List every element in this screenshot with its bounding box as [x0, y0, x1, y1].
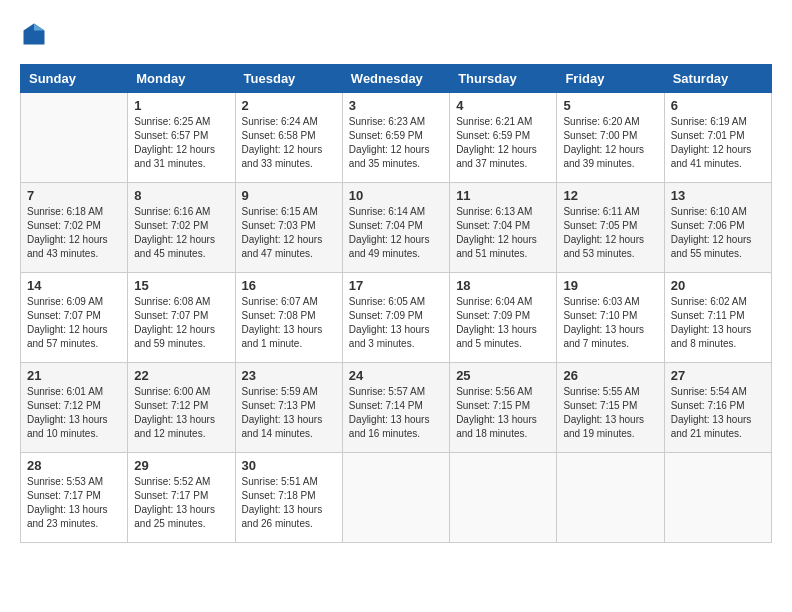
day-number: 23: [242, 368, 336, 383]
day-info: Sunrise: 5:51 AM Sunset: 7:18 PM Dayligh…: [242, 475, 336, 531]
calendar-cell: 14Sunrise: 6:09 AM Sunset: 7:07 PM Dayli…: [21, 273, 128, 363]
day-number: 13: [671, 188, 765, 203]
calendar-header-row: SundayMondayTuesdayWednesdayThursdayFrid…: [21, 65, 772, 93]
calendar-table: SundayMondayTuesdayWednesdayThursdayFrid…: [20, 64, 772, 543]
day-number: 24: [349, 368, 443, 383]
calendar-cell: 6Sunrise: 6:19 AM Sunset: 7:01 PM Daylig…: [664, 93, 771, 183]
day-info: Sunrise: 6:01 AM Sunset: 7:12 PM Dayligh…: [27, 385, 121, 441]
day-number: 27: [671, 368, 765, 383]
day-info: Sunrise: 5:59 AM Sunset: 7:13 PM Dayligh…: [242, 385, 336, 441]
day-info: Sunrise: 6:23 AM Sunset: 6:59 PM Dayligh…: [349, 115, 443, 171]
day-number: 10: [349, 188, 443, 203]
day-number: 8: [134, 188, 228, 203]
day-info: Sunrise: 6:05 AM Sunset: 7:09 PM Dayligh…: [349, 295, 443, 351]
day-info: Sunrise: 6:11 AM Sunset: 7:05 PM Dayligh…: [563, 205, 657, 261]
column-header-friday: Friday: [557, 65, 664, 93]
day-info: Sunrise: 6:10 AM Sunset: 7:06 PM Dayligh…: [671, 205, 765, 261]
svg-marker-1: [34, 24, 45, 31]
calendar-cell: 2Sunrise: 6:24 AM Sunset: 6:58 PM Daylig…: [235, 93, 342, 183]
calendar-cell: 18Sunrise: 6:04 AM Sunset: 7:09 PM Dayli…: [450, 273, 557, 363]
column-header-sunday: Sunday: [21, 65, 128, 93]
calendar-cell: 21Sunrise: 6:01 AM Sunset: 7:12 PM Dayli…: [21, 363, 128, 453]
day-number: 7: [27, 188, 121, 203]
day-info: Sunrise: 6:08 AM Sunset: 7:07 PM Dayligh…: [134, 295, 228, 351]
day-info: Sunrise: 6:21 AM Sunset: 6:59 PM Dayligh…: [456, 115, 550, 171]
day-info: Sunrise: 6:00 AM Sunset: 7:12 PM Dayligh…: [134, 385, 228, 441]
day-info: Sunrise: 6:16 AM Sunset: 7:02 PM Dayligh…: [134, 205, 228, 261]
calendar-cell: 15Sunrise: 6:08 AM Sunset: 7:07 PM Dayli…: [128, 273, 235, 363]
day-number: 4: [456, 98, 550, 113]
day-info: Sunrise: 6:18 AM Sunset: 7:02 PM Dayligh…: [27, 205, 121, 261]
day-number: 9: [242, 188, 336, 203]
day-number: 14: [27, 278, 121, 293]
day-number: 6: [671, 98, 765, 113]
calendar-cell: 25Sunrise: 5:56 AM Sunset: 7:15 PM Dayli…: [450, 363, 557, 453]
calendar-cell: 26Sunrise: 5:55 AM Sunset: 7:15 PM Dayli…: [557, 363, 664, 453]
calendar-cell: 12Sunrise: 6:11 AM Sunset: 7:05 PM Dayli…: [557, 183, 664, 273]
column-header-thursday: Thursday: [450, 65, 557, 93]
calendar-cell: 9Sunrise: 6:15 AM Sunset: 7:03 PM Daylig…: [235, 183, 342, 273]
day-info: Sunrise: 5:54 AM Sunset: 7:16 PM Dayligh…: [671, 385, 765, 441]
week-row-1: 1Sunrise: 6:25 AM Sunset: 6:57 PM Daylig…: [21, 93, 772, 183]
day-number: 28: [27, 458, 121, 473]
column-header-tuesday: Tuesday: [235, 65, 342, 93]
calendar-cell: 16Sunrise: 6:07 AM Sunset: 7:08 PM Dayli…: [235, 273, 342, 363]
calendar-cell: [664, 453, 771, 543]
day-number: 2: [242, 98, 336, 113]
day-info: Sunrise: 5:55 AM Sunset: 7:15 PM Dayligh…: [563, 385, 657, 441]
calendar-cell: 29Sunrise: 5:52 AM Sunset: 7:17 PM Dayli…: [128, 453, 235, 543]
week-row-2: 7Sunrise: 6:18 AM Sunset: 7:02 PM Daylig…: [21, 183, 772, 273]
day-number: 26: [563, 368, 657, 383]
calendar-cell: 17Sunrise: 6:05 AM Sunset: 7:09 PM Dayli…: [342, 273, 449, 363]
day-number: 25: [456, 368, 550, 383]
calendar-cell: 10Sunrise: 6:14 AM Sunset: 7:04 PM Dayli…: [342, 183, 449, 273]
day-number: 22: [134, 368, 228, 383]
calendar-cell: 24Sunrise: 5:57 AM Sunset: 7:14 PM Dayli…: [342, 363, 449, 453]
calendar-cell: 3Sunrise: 6:23 AM Sunset: 6:59 PM Daylig…: [342, 93, 449, 183]
week-row-3: 14Sunrise: 6:09 AM Sunset: 7:07 PM Dayli…: [21, 273, 772, 363]
logo: [20, 20, 52, 48]
calendar-cell: 11Sunrise: 6:13 AM Sunset: 7:04 PM Dayli…: [450, 183, 557, 273]
calendar-cell: [21, 93, 128, 183]
day-number: 19: [563, 278, 657, 293]
calendar-cell: [342, 453, 449, 543]
calendar-cell: 5Sunrise: 6:20 AM Sunset: 7:00 PM Daylig…: [557, 93, 664, 183]
day-info: Sunrise: 6:25 AM Sunset: 6:57 PM Dayligh…: [134, 115, 228, 171]
calendar-cell: 7Sunrise: 6:18 AM Sunset: 7:02 PM Daylig…: [21, 183, 128, 273]
day-number: 11: [456, 188, 550, 203]
column-header-monday: Monday: [128, 65, 235, 93]
day-info: Sunrise: 5:56 AM Sunset: 7:15 PM Dayligh…: [456, 385, 550, 441]
day-number: 21: [27, 368, 121, 383]
day-info: Sunrise: 6:03 AM Sunset: 7:10 PM Dayligh…: [563, 295, 657, 351]
day-info: Sunrise: 6:04 AM Sunset: 7:09 PM Dayligh…: [456, 295, 550, 351]
logo-icon: [20, 20, 48, 48]
day-number: 29: [134, 458, 228, 473]
day-number: 18: [456, 278, 550, 293]
day-number: 3: [349, 98, 443, 113]
calendar-cell: 20Sunrise: 6:02 AM Sunset: 7:11 PM Dayli…: [664, 273, 771, 363]
day-number: 16: [242, 278, 336, 293]
day-info: Sunrise: 5:57 AM Sunset: 7:14 PM Dayligh…: [349, 385, 443, 441]
day-info: Sunrise: 5:53 AM Sunset: 7:17 PM Dayligh…: [27, 475, 121, 531]
day-info: Sunrise: 6:15 AM Sunset: 7:03 PM Dayligh…: [242, 205, 336, 261]
week-row-5: 28Sunrise: 5:53 AM Sunset: 7:17 PM Dayli…: [21, 453, 772, 543]
calendar-cell: [557, 453, 664, 543]
day-number: 30: [242, 458, 336, 473]
week-row-4: 21Sunrise: 6:01 AM Sunset: 7:12 PM Dayli…: [21, 363, 772, 453]
calendar-cell: 19Sunrise: 6:03 AM Sunset: 7:10 PM Dayli…: [557, 273, 664, 363]
day-number: 1: [134, 98, 228, 113]
day-info: Sunrise: 6:14 AM Sunset: 7:04 PM Dayligh…: [349, 205, 443, 261]
day-info: Sunrise: 6:24 AM Sunset: 6:58 PM Dayligh…: [242, 115, 336, 171]
calendar-cell: [450, 453, 557, 543]
day-number: 15: [134, 278, 228, 293]
day-number: 5: [563, 98, 657, 113]
calendar-cell: 30Sunrise: 5:51 AM Sunset: 7:18 PM Dayli…: [235, 453, 342, 543]
calendar-cell: 1Sunrise: 6:25 AM Sunset: 6:57 PM Daylig…: [128, 93, 235, 183]
day-info: Sunrise: 6:19 AM Sunset: 7:01 PM Dayligh…: [671, 115, 765, 171]
day-info: Sunrise: 6:07 AM Sunset: 7:08 PM Dayligh…: [242, 295, 336, 351]
column-header-saturday: Saturday: [664, 65, 771, 93]
day-info: Sunrise: 6:09 AM Sunset: 7:07 PM Dayligh…: [27, 295, 121, 351]
column-header-wednesday: Wednesday: [342, 65, 449, 93]
day-number: 20: [671, 278, 765, 293]
day-info: Sunrise: 5:52 AM Sunset: 7:17 PM Dayligh…: [134, 475, 228, 531]
